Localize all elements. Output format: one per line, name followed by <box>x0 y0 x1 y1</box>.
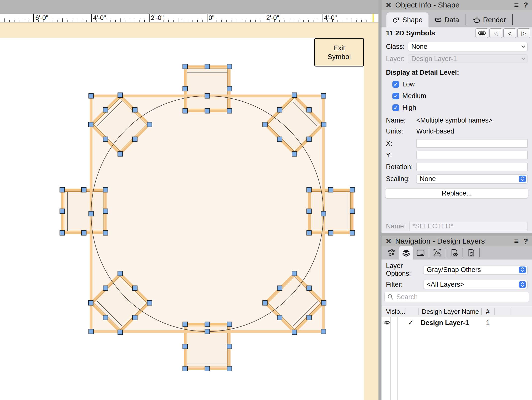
selection-handle[interactable] <box>89 301 93 305</box>
selection-handle[interactable] <box>183 366 188 371</box>
selection-handle[interactable] <box>103 209 108 214</box>
close-icon[interactable]: ✕ <box>385 1 392 9</box>
selection-handle[interactable] <box>103 137 108 142</box>
drawing-canvas[interactable]: Exit Symbol <box>0 22 378 400</box>
tab-design-layers[interactable] <box>399 246 413 260</box>
tab-render[interactable]: Render <box>467 12 512 27</box>
selection-handle[interactable] <box>133 286 137 291</box>
selection-handle[interactable] <box>60 209 65 214</box>
search-input[interactable] <box>396 293 526 301</box>
class-dropdown[interactable]: None <box>408 42 528 51</box>
selection-handle[interactable] <box>103 108 108 112</box>
help-icon[interactable]: ? <box>524 237 528 245</box>
selection-handle[interactable] <box>321 329 326 334</box>
selection-handle[interactable] <box>350 231 355 235</box>
tab-shape[interactable]: Shape <box>386 12 428 27</box>
selection-handle[interactable] <box>205 322 210 327</box>
tab-data[interactable]: Data <box>428 12 465 27</box>
selection-handle[interactable] <box>350 209 355 214</box>
selection-handle[interactable] <box>118 93 123 98</box>
selection-handle[interactable] <box>292 152 297 156</box>
selection-handle[interactable] <box>321 211 326 216</box>
selection-handle[interactable] <box>321 301 326 305</box>
selection-handle[interactable] <box>328 188 333 192</box>
x-field[interactable] <box>416 139 528 148</box>
layer-name[interactable]: Design Layer-1 <box>421 319 469 327</box>
rotation-field[interactable] <box>416 163 528 171</box>
col-number[interactable]: # <box>486 308 489 316</box>
tab-viewports[interactable] <box>447 246 462 260</box>
selection-handle[interactable] <box>227 64 232 69</box>
selection-handle[interactable] <box>292 271 297 276</box>
close-icon[interactable]: ✕ <box>385 237 392 246</box>
selection-handle[interactable] <box>118 271 123 276</box>
layer-table-body[interactable]: ✓ Design Layer-1 1 <box>381 317 532 400</box>
selection-handle[interactable] <box>147 301 152 305</box>
selection-handle[interactable] <box>89 94 94 98</box>
selection-handle[interactable] <box>328 231 333 235</box>
selection-handle[interactable] <box>307 188 312 192</box>
selection-handle[interactable] <box>307 137 312 142</box>
selection-handle[interactable] <box>183 64 188 69</box>
tab-classes[interactable] <box>384 246 399 260</box>
selection-handle[interactable] <box>133 315 137 320</box>
selection-handle[interactable] <box>227 322 232 327</box>
selection-handle[interactable] <box>263 122 267 127</box>
selection-handle[interactable] <box>277 286 282 291</box>
selection-handle[interactable] <box>103 286 108 291</box>
selection-handle[interactable] <box>307 231 312 235</box>
table-row[interactable]: ✓ Design Layer-1 1 <box>381 317 532 329</box>
selection-handle[interactable] <box>103 315 108 320</box>
selection-handle[interactable] <box>133 108 137 112</box>
chair-top[interactable] <box>185 67 229 111</box>
selection-handle[interactable] <box>292 93 297 98</box>
previous-object-button[interactable]: ◁ <box>489 28 502 38</box>
selection-handle[interactable] <box>118 152 123 156</box>
selection-handle[interactable] <box>292 330 297 335</box>
selection-handle[interactable] <box>183 109 188 113</box>
panel-menu-icon[interactable]: ≡ <box>514 0 519 10</box>
replace-button[interactable]: Replace... <box>385 188 528 198</box>
medium-checkbox[interactable]: ✓ <box>392 93 399 99</box>
selection-handle[interactable] <box>103 231 108 235</box>
filter-dropdown[interactable]: <All Layers> <box>423 280 528 289</box>
selection-handle[interactable] <box>183 322 188 327</box>
high-checkbox[interactable]: ✓ <box>392 104 399 111</box>
chair-right[interactable] <box>309 190 352 233</box>
scaling-dropdown[interactable]: None <box>416 174 528 183</box>
current-object-button[interactable]: ○ <box>503 28 516 38</box>
selection-handle[interactable] <box>89 122 93 127</box>
selection-handle[interactable] <box>321 94 326 98</box>
selection-handle[interactable] <box>307 315 312 320</box>
symbol-chain-button[interactable] <box>476 28 488 38</box>
selection-handle[interactable] <box>321 122 326 127</box>
selection-handle[interactable] <box>227 344 232 349</box>
selection-handle[interactable] <box>350 188 355 192</box>
panel-menu-icon[interactable]: ≡ <box>514 237 519 246</box>
col-visibility[interactable]: Visib... <box>386 308 405 316</box>
selection-handle[interactable] <box>277 315 282 320</box>
selection-handle[interactable] <box>277 108 282 112</box>
layer-search[interactable] <box>384 292 529 302</box>
selection-handle[interactable] <box>205 64 210 69</box>
help-icon[interactable]: ? <box>524 1 528 9</box>
selection-handle[interactable] <box>277 137 282 142</box>
selection-handle[interactable] <box>205 94 210 98</box>
selection-handle[interactable] <box>227 366 232 371</box>
selection-handle[interactable] <box>227 86 232 91</box>
selection-handle[interactable] <box>307 209 312 214</box>
tab-sheet-layers[interactable] <box>413 246 428 260</box>
selection-handle[interactable] <box>60 188 65 192</box>
selection-handle[interactable] <box>103 188 108 192</box>
selection-handle[interactable] <box>60 231 65 235</box>
selection-handle[interactable] <box>133 137 137 142</box>
low-checkbox[interactable]: ✓ <box>392 81 399 88</box>
selection-handle[interactable] <box>227 109 232 113</box>
selection-handle[interactable] <box>307 108 312 112</box>
selection-handle[interactable] <box>82 188 86 192</box>
chair-left[interactable] <box>62 190 106 233</box>
exit-symbol-button[interactable]: Exit Symbol <box>314 38 364 67</box>
selection-handle[interactable] <box>147 122 152 127</box>
selection-handle[interactable] <box>205 109 210 113</box>
selection-handle[interactable] <box>118 330 123 335</box>
